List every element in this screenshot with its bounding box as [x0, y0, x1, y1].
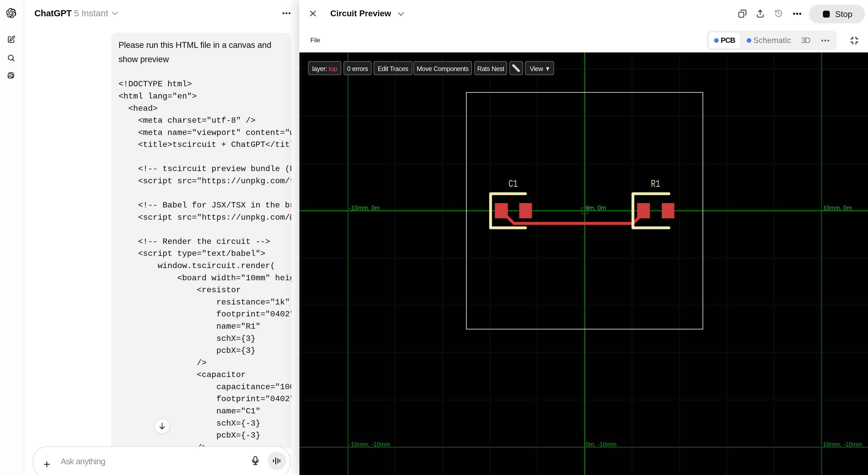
svg-text:10mm, 0m: 10mm, 0m: [823, 204, 852, 211]
svg-text:10mm, -10mm: 10mm, -10mm: [823, 441, 862, 448]
svg-text:0m, 0m: 0m, 0m: [586, 204, 606, 211]
svg-text:-10mm, -10mm: -10mm, -10mm: [349, 441, 391, 448]
svg-text:R1: R1: [651, 178, 660, 190]
svg-text:C1: C1: [508, 178, 518, 190]
svg-text:0m, -10mm: 0m, -10mm: [586, 441, 617, 448]
svg-text:-10mm, 0m: -10mm, 0m: [349, 204, 380, 211]
